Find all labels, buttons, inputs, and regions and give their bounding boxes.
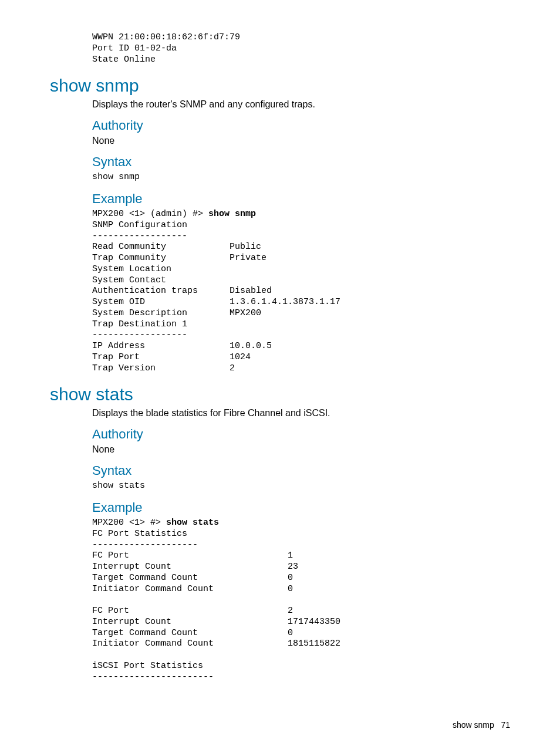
heading-show-stats: show stats <box>50 384 510 404</box>
heading-example: Example <box>92 500 510 515</box>
section-show-stats: Displays the blade statistics for Fibre … <box>92 408 510 683</box>
show-stats-description: Displays the blade statistics for Fibre … <box>92 408 510 418</box>
authority-value: None <box>92 444 510 455</box>
example-command: show stats <box>166 518 219 528</box>
footer-page-number: 71 <box>501 720 510 730</box>
authority-value: None <box>92 136 510 146</box>
page-content: WWPN 21:00:00:18:62:6f:d7:79 Port ID 01-… <box>0 0 560 683</box>
section-show-snmp: Displays the router's SNMP and any confi… <box>92 99 510 374</box>
heading-syntax: Syntax <box>92 463 510 478</box>
example-block-stats: MPX200 <1> #> show stats FC Port Statist… <box>92 518 510 683</box>
page-footer: show snmp 71 <box>453 720 510 730</box>
top-code-block: WWPN 21:00:00:18:62:6f:d7:79 Port ID 01-… <box>92 32 510 65</box>
syntax-value: show stats <box>92 481 510 492</box>
example-output: SNMP Configuration ------------------ Re… <box>92 220 340 373</box>
heading-authority: Authority <box>92 118 510 133</box>
show-snmp-description: Displays the router's SNMP and any confi… <box>92 99 510 110</box>
example-output: FC Port Statistics -------------------- … <box>92 529 340 682</box>
heading-syntax: Syntax <box>92 154 510 170</box>
example-prompt: MPX200 <1> (admin) #> <box>92 209 208 219</box>
heading-authority: Authority <box>92 427 510 442</box>
syntax-value: show snmp <box>92 172 510 183</box>
heading-show-snmp: show snmp <box>50 76 510 96</box>
example-block-snmp: MPX200 <1> (admin) #> show snmp SNMP Con… <box>92 209 510 374</box>
example-command: show snmp <box>208 209 256 219</box>
heading-example: Example <box>92 191 510 207</box>
example-prompt: MPX200 <1> #> <box>92 518 166 528</box>
footer-section-label: show snmp <box>453 720 494 730</box>
